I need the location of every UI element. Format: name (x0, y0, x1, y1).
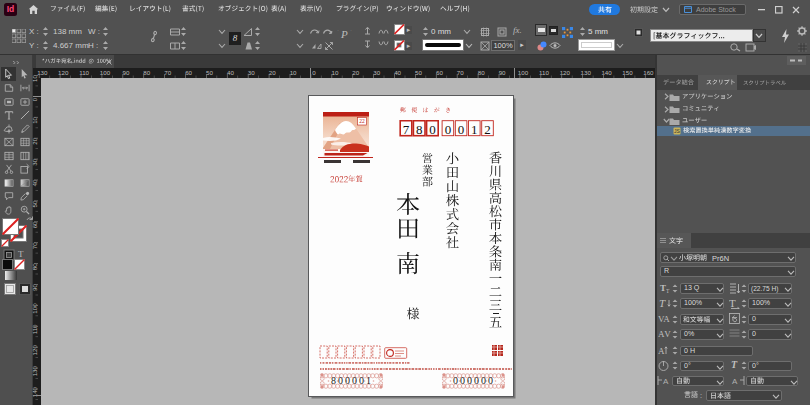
svg-text:120: 120 (31, 345, 38, 356)
svg-text:50: 50 (415, 69, 422, 76)
svg-text:T: T (729, 297, 736, 309)
svg-text:100: 100 (518, 69, 529, 76)
svg-text:160: 160 (643, 69, 654, 76)
svg-text:AV: AV (658, 329, 671, 339)
svg-text:T: T (666, 288, 670, 293)
svg-text:130: 130 (37, 69, 48, 76)
svg-text:JS: JS (674, 128, 681, 134)
svg-text:A: A (663, 377, 669, 386)
svg-text:130: 130 (31, 365, 38, 376)
svg-text:150: 150 (622, 69, 633, 76)
svg-text:60: 60 (436, 69, 443, 76)
svg-text:120: 120 (58, 69, 69, 76)
svg-text:70: 70 (457, 69, 464, 76)
svg-text:120: 120 (560, 69, 571, 76)
svg-text:90: 90 (499, 69, 506, 76)
svg-text:10: 10 (331, 69, 338, 76)
svg-text:50: 50 (206, 69, 213, 76)
svg-text:90: 90 (122, 69, 129, 76)
svg-text:30: 30 (248, 69, 255, 76)
svg-text:100: 100 (100, 69, 111, 76)
svg-text:0: 0 (312, 69, 316, 76)
svg-text:70: 70 (164, 69, 171, 76)
svg-text:130: 130 (581, 69, 592, 76)
svg-text:0: 0 (31, 97, 38, 101)
svg-text:140: 140 (601, 69, 612, 76)
svg-text:20: 20 (352, 69, 359, 76)
svg-text:A: A (732, 377, 738, 386)
svg-text:80: 80 (143, 69, 150, 76)
svg-text:40: 40 (394, 69, 401, 76)
svg-text:60: 60 (185, 69, 192, 76)
svg-text:80: 80 (478, 69, 485, 76)
svg-text:100: 100 (31, 303, 38, 314)
svg-text:T: T (659, 297, 666, 309)
svg-text:10: 10 (290, 69, 297, 76)
svg-text:22: 22 (359, 118, 365, 124)
svg-text:110: 110 (31, 324, 38, 334)
svg-text:20: 20 (269, 69, 276, 76)
svg-text:A: A (658, 346, 665, 356)
svg-text:VA: VA (658, 314, 670, 324)
svg-text:30: 30 (373, 69, 380, 76)
svg-text:40: 40 (227, 69, 234, 76)
